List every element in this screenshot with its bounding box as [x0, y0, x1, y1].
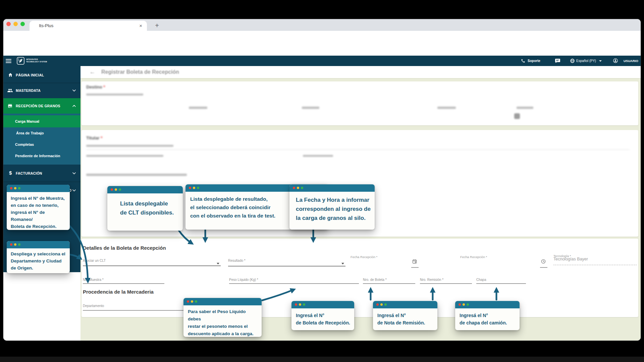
callout-remision: Ingresá el N° de Nota de Remisión.: [373, 301, 437, 330]
callout-titlebar: [7, 185, 70, 192]
sidebar-subitem-pendiente-de-informacion[interactable]: Pendiente de Información: [3, 150, 80, 162]
destino-heading: Destino *: [86, 84, 105, 89]
sidebar-item-pagina-inicial[interactable]: PÁGINA INICIAL: [3, 68, 80, 82]
page-header: ← Registrar Boleta de Recepción: [80, 66, 641, 78]
nro-remision-input[interactable]: Nro. Remisión *: [420, 276, 472, 285]
chat-icon[interactable]: [555, 59, 560, 63]
page-title: Registrar Boleta de Recepción: [101, 66, 179, 78]
traffic-light-yellow-icon: [14, 187, 16, 189]
letterbox-bottom-strip: [0, 357, 644, 362]
window-zoom-button[interactable]: [20, 22, 25, 26]
traffic-light-yellow-icon: [463, 303, 465, 306]
clock-icon[interactable]: [541, 259, 546, 264]
callout-titlebar: [7, 241, 70, 248]
peso-liquido-input[interactable]: Peso Líquido (Kg) *: [229, 276, 359, 285]
callout-text: de CLT disponibles.: [120, 208, 179, 217]
hamburger-menu-icon[interactable]: [6, 58, 11, 64]
chevron-down-icon: [72, 172, 76, 174]
callout-text: Lista desplegable: [120, 199, 179, 208]
traffic-light-yellow-icon: [14, 243, 16, 246]
callout-text: la carga de granos al silo.: [296, 214, 373, 223]
callout-peso: Para saber el Peso Líquido debes restar …: [183, 298, 262, 337]
window-close-button[interactable]: [6, 22, 11, 26]
detalles-card: Detalles de la Boleta de Recepción Asoci…: [82, 239, 638, 317]
callout-titlebar: [455, 301, 520, 308]
blurred-text-bar: [437, 107, 456, 109]
chevron-down-icon: [72, 189, 76, 191]
store-icon: [7, 103, 13, 109]
callout-muestra: Ingresá el N° de Muestra, en caso de no …: [7, 185, 70, 230]
callout-text: Ingresá el N°: [296, 312, 352, 319]
nro-boleta-input[interactable]: Nro. de Boleta *: [363, 276, 415, 285]
traffic-light-yellow-icon: [191, 300, 193, 303]
window-minimize-button[interactable]: [13, 22, 18, 26]
blurred-text-bar: [86, 145, 173, 147]
language-selector[interactable]: Español (PY): [576, 56, 596, 66]
user-icon[interactable]: [613, 58, 618, 63]
callout-text: Para saber el Peso Líquido debes: [188, 308, 260, 323]
sidebar-subitem-area-de-trabajo[interactable]: Área de Trabajo: [3, 127, 80, 139]
procedencia-heading: Procedencia de la Mercaderia: [83, 289, 154, 295]
chapa-input[interactable]: Chapa: [476, 276, 526, 285]
destino-card: Destino *: [82, 81, 638, 125]
traffic-light-red-icon: [187, 300, 189, 303]
blurred-icon: [514, 113, 520, 119]
blurred-text-bar: [86, 174, 187, 176]
callout-text: Ingresá el N° de Muestra,: [11, 195, 68, 202]
traffic-light-red-icon: [10, 243, 12, 246]
sidebar-subitem-carga-manual[interactable]: Carga Manual: [3, 115, 80, 127]
traffic-light-red-icon: [189, 187, 191, 189]
fecha-recepcion-time-field[interactable]: Fecha Recepción *: [460, 253, 546, 270]
tecnologia-field-disabled: Tecnología * Tecnologías Bayer: [553, 252, 637, 267]
callout-text: Departamento y Ciudad: [11, 257, 68, 264]
callout-text: de Boleta de Recepción.: [296, 319, 352, 326]
departamento-select-field[interactable]: Departamento: [83, 302, 190, 312]
resultado-select-field[interactable]: Resultado *: [228, 257, 345, 267]
traffic-light-red-icon: [459, 303, 461, 306]
clt-select-field[interactable]: Asociar un CLT: [83, 257, 221, 267]
browser-tab[interactable]: Its-Plus ×: [30, 21, 147, 31]
blurred-text-bar: [86, 155, 163, 157]
globe-icon: [570, 59, 575, 63]
dollar-icon: $: [9, 170, 12, 176]
traffic-light-red-icon: [376, 303, 379, 306]
sidebar-item-recepcion-de-granos[interactable]: RECEPCIÓN DE GRANOS: [3, 98, 80, 114]
tab-close-icon[interactable]: ×: [139, 21, 142, 31]
fecha-recepcion-date-field[interactable]: Fecha Recepción *: [351, 253, 424, 270]
back-arrow-icon[interactable]: ←: [90, 66, 95, 78]
new-tab-button[interactable]: +: [152, 21, 162, 31]
traffic-light-red-icon: [293, 187, 295, 189]
traffic-light-yellow-icon: [297, 187, 299, 189]
tab-title: Its-Plus: [39, 21, 53, 31]
calendar-icon[interactable]: [412, 259, 417, 264]
phone-icon: [521, 59, 525, 63]
callout-text: Despliega y selecciona el: [11, 250, 68, 257]
below-sidebar-area: [3, 272, 80, 341]
callout-fecha: La Fecha y Hora a informar corresponden …: [289, 184, 375, 230]
traffic-light-yellow-icon: [193, 187, 195, 189]
sidebar-divider: [3, 182, 80, 182]
traffic-light-green-icon: [467, 303, 469, 306]
sidebar-submenu: Carga Manual Área de Trabajo Completas P…: [3, 114, 80, 165]
titular-heading: Titular *: [86, 135, 102, 140]
browser-window: Its-Plus × + https://portal.its-plus.com…: [3, 19, 641, 341]
callout-text: de Nota de Remisión.: [377, 319, 435, 326]
page-top-margin: [3, 44, 641, 56]
support-button[interactable]: Soporte: [528, 56, 540, 66]
sidebar-subitem-completas[interactable]: Completas: [3, 139, 80, 150]
sidebar-item-masterdata[interactable]: MASTERDATA: [3, 83, 80, 98]
traffic-light-red-icon: [111, 188, 113, 191]
callout-text: ingresá el N° de Romaneo/: [11, 209, 68, 223]
user-menu[interactable]: USUARIO: [624, 56, 638, 66]
callout-text: Boleta de Recepción.: [11, 223, 68, 230]
callout-text: restar el pesoneto menos el: [188, 323, 260, 330]
blurred-text-bar: [86, 94, 143, 96]
sidebar-item-facturacion[interactable]: $ FACTURACIÓN: [3, 165, 80, 181]
callout-titlebar: [289, 184, 375, 192]
select-caret-icon: [217, 263, 219, 264]
tab-strip: Its-Plus × +: [3, 19, 641, 31]
nro-muestra-input[interactable]: Nro Muestra *: [83, 276, 164, 285]
people-icon: [7, 88, 13, 93]
traffic-light-yellow-icon: [380, 303, 383, 306]
language-caret-icon[interactable]: [599, 60, 602, 62]
